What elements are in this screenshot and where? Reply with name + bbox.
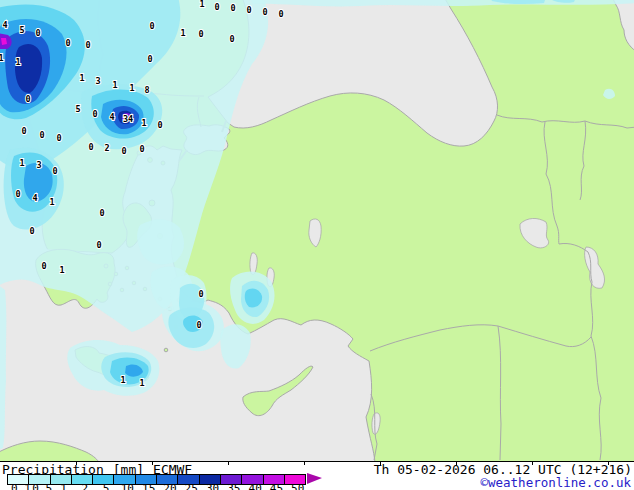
station-value: 1	[15, 57, 20, 67]
station-value: 0	[56, 133, 61, 143]
station-value: 1	[141, 118, 146, 128]
station-value: 0	[88, 142, 93, 152]
weather-map-page: 4500001101311805043410000020010000010013…	[0, 0, 634, 490]
legend-value-label: 25	[185, 482, 198, 490]
station-value: 0	[121, 146, 126, 156]
legend-value-label: 0.1	[11, 482, 31, 490]
station-value: 1	[129, 83, 134, 93]
legend-value-label: 40	[249, 482, 262, 490]
station-value: 1	[19, 158, 24, 168]
rain-core-magenta	[1, 38, 7, 45]
station-value: 0	[157, 120, 162, 130]
station-value: 5	[75, 104, 80, 114]
station-value: 3	[36, 160, 41, 170]
weather-map: 4500001101311805043410000020010000010013…	[0, 0, 634, 461]
legend-value-label: 1	[60, 482, 67, 490]
station-value: 1	[199, 0, 204, 9]
station-value: 2	[104, 143, 109, 153]
station-value: 0	[41, 261, 46, 271]
station-value: 0	[229, 34, 234, 44]
station-value: 0	[29, 226, 34, 236]
station-value: 4	[32, 193, 37, 203]
station-value: 0	[25, 94, 30, 104]
station-value: 1	[59, 265, 64, 275]
legend-value-label: 15	[142, 482, 155, 490]
station-value: 4	[109, 112, 114, 122]
station-value: 0	[198, 289, 203, 299]
station-value: 1	[112, 80, 117, 90]
station-value: 1	[49, 197, 54, 207]
station-value: 0	[246, 5, 251, 15]
station-value: 0	[65, 38, 70, 48]
station-value: 1	[79, 73, 84, 83]
footer-bar: Precipitation[mm]ECMWF 0.10.512510152025…	[0, 461, 634, 490]
station-value: 1	[0, 53, 4, 63]
map-svg: 4500001101311805043410000020010000010013…	[0, 0, 634, 461]
legend-value-label: 0.5	[32, 482, 52, 490]
station-value: 0	[147, 54, 152, 64]
station-value: 0	[85, 40, 90, 50]
frame-tick	[304, 462, 305, 465]
station-value: 0	[21, 126, 26, 136]
station-value: 1	[120, 375, 125, 385]
station-value: 0	[52, 166, 57, 176]
station-value: 34	[123, 114, 133, 124]
station-value: 1	[139, 378, 144, 388]
station-value: 3	[95, 76, 100, 86]
legend-value-label: 20	[163, 482, 176, 490]
legend-value-label: 35	[227, 482, 240, 490]
station-value: 0	[214, 2, 219, 12]
station-value: 0	[139, 144, 144, 154]
station-value: 0	[96, 240, 101, 250]
station-value: 4	[2, 20, 7, 30]
station-value: 0	[149, 21, 154, 31]
station-value: 0	[99, 208, 104, 218]
station-value: 8	[144, 85, 149, 95]
station-value: 0	[92, 109, 97, 119]
legend-value-label: 45	[270, 482, 283, 490]
copyright-label: ©weatheronline.co.uk	[480, 475, 631, 490]
station-value: 5	[19, 25, 24, 35]
station-value: 1	[180, 28, 185, 38]
station-value: 0	[230, 3, 235, 13]
station-value: 0	[262, 7, 267, 17]
legend-value-label: 5	[103, 482, 110, 490]
legend-value-label: 50	[291, 482, 304, 490]
station-value: 0	[39, 130, 44, 140]
station-value: 0	[15, 189, 20, 199]
legend-value-label: 30	[206, 482, 219, 490]
station-value: 0	[196, 320, 201, 330]
legend-value-label: 2	[81, 482, 88, 490]
legend-value-label: 10	[121, 482, 134, 490]
station-value: 0	[198, 29, 203, 39]
legend-arrow	[307, 473, 322, 484]
station-value: 0	[35, 28, 40, 38]
station-value: 0	[278, 9, 283, 19]
aegean-islet	[164, 348, 168, 352]
frame-tick	[228, 462, 229, 465]
